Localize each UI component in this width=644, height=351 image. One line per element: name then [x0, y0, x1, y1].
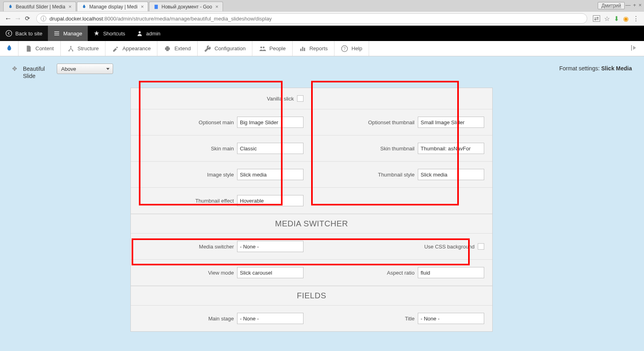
url-bar: ← → ⟳ i drupal.docker.localhost:8000/adm… — [0, 11, 644, 26]
forward-button[interactable]: → — [13, 14, 23, 23]
thumbnail-style-input[interactable] — [418, 169, 484, 180]
close-icon[interactable]: × — [215, 4, 219, 9]
svg-text:?: ? — [343, 46, 346, 51]
svg-rect-2 — [54, 31, 59, 32]
shortcuts-button[interactable]: Shortcuts — [88, 26, 131, 41]
back-to-site-button[interactable]: Back to site — [0, 26, 48, 41]
reload-button[interactable]: ⟳ — [23, 14, 32, 23]
admin-user-button[interactable]: admin — [131, 26, 166, 41]
browser-tab[interactable]: Beautiful Slider | Media × — [3, 2, 76, 11]
url-field[interactable]: i drupal.docker.localhost:8000/admin/str… — [36, 13, 587, 24]
close-icon[interactable]: × — [68, 4, 72, 9]
browser-tab[interactable]: Новый документ - Goo × — [149, 2, 223, 11]
translate-icon[interactable]: ⇄ — [593, 15, 600, 22]
collapse-icon — [631, 45, 638, 51]
use-css-bg-checkbox[interactable] — [478, 243, 484, 250]
browser-tab[interactable]: Manage display | Medi × — [77, 2, 148, 11]
media-switcher-input[interactable] — [237, 241, 303, 252]
content-area[interactable]: ✥ Beautiful Slide Above Format settings:… — [0, 56, 644, 351]
menu-people[interactable]: People — [252, 41, 292, 56]
back-button[interactable]: ← — [3, 14, 13, 23]
svg-point-8 — [72, 50, 73, 51]
drag-handle-icon[interactable]: ✥ — [12, 64, 17, 72]
svg-point-10 — [263, 46, 265, 48]
admin-menu: Content Structure Appearance Extend Conf… — [0, 41, 644, 56]
svg-point-1 — [6, 31, 12, 37]
optionset-thumbnail-label: Optionset thumbnail — [368, 119, 415, 125]
help-icon: ? — [341, 45, 348, 52]
drupal-logo[interactable] — [0, 41, 19, 56]
drupal-icon — [5, 44, 14, 53]
menu-reports[interactable]: Reports — [293, 41, 335, 56]
close-icon[interactable]: × — [141, 4, 144, 9]
drupal-icon — [81, 4, 87, 10]
settings-panel: Vanilla slick Optionset main Optionset t… — [130, 88, 493, 332]
menu-extend[interactable]: Extend — [157, 41, 197, 56]
wrench-icon — [204, 45, 211, 52]
image-style-setting: Image style — [131, 162, 312, 187]
tab-strip: Beautiful Slider | Media × Manage displa… — [0, 0, 644, 11]
title-setting: Title — [312, 306, 492, 331]
thumbnail-style-setting: Thumbnail style — [312, 162, 492, 187]
manage-button[interactable]: Manage — [48, 26, 88, 41]
arrow-left-icon — [6, 30, 12, 37]
menu-help[interactable]: ? Help — [334, 41, 369, 56]
image-style-label: Image style — [207, 172, 234, 178]
view-mode-setting: View mode — [131, 260, 312, 285]
star-icon — [93, 30, 100, 37]
info-icon[interactable]: i — [41, 16, 46, 21]
optionset-main-input[interactable] — [237, 117, 303, 128]
download-icon[interactable]: ⬇ — [614, 15, 619, 23]
svg-rect-16 — [631, 45, 632, 51]
vanilla-slick-setting: Vanilla slick — [131, 88, 312, 109]
menu-configuration[interactable]: Configuration — [198, 41, 252, 56]
optionset-thumbnail-setting: Optionset thumbnail — [312, 109, 492, 135]
svg-point-6 — [70, 46, 71, 47]
people-icon — [259, 45, 266, 52]
svg-rect-3 — [54, 33, 59, 33]
menu-structure[interactable]: Structure — [61, 41, 106, 56]
vanilla-slick-label: Vanilla slick — [267, 96, 294, 102]
menu-icon[interactable]: ⋮ — [633, 15, 639, 23]
field-label: Beautiful Slide — [23, 64, 51, 80]
fields-header: FIELDS — [131, 286, 492, 306]
optionset-thumbnail-input[interactable] — [418, 117, 484, 128]
maximize-icon[interactable]: + — [633, 2, 636, 8]
puzzle-icon — [164, 45, 171, 52]
title-input[interactable] — [418, 313, 484, 324]
skin-main-label: Skin main — [211, 146, 234, 152]
tab-title: Beautiful Slider | Media — [16, 4, 65, 10]
label-position-select[interactable]: Above — [57, 64, 113, 74]
image-style-input[interactable] — [237, 169, 303, 180]
drupal-toolbar: Back to site Manage Shortcuts admin — [0, 26, 644, 41]
hierarchy-icon — [67, 45, 74, 52]
view-mode-input[interactable] — [237, 267, 303, 278]
skin-main-setting: Skin main — [131, 135, 312, 161]
svg-rect-0 — [155, 4, 158, 9]
view-mode-label: View mode — [208, 270, 234, 276]
skin-thumbnail-label: Skin thumbnail — [380, 146, 415, 152]
field-row: ✥ Beautiful Slide Above Format settings:… — [12, 62, 632, 88]
menu-content[interactable]: Content — [19, 41, 61, 56]
svg-point-9 — [260, 46, 262, 48]
media-switcher-header: MEDIA SWITCHER — [131, 214, 492, 234]
close-window-icon[interactable]: × — [638, 2, 642, 8]
menu-appearance[interactable]: Appearance — [105, 41, 157, 56]
tab-title: Manage display | Medi — [89, 4, 138, 10]
drupal-icon — [8, 4, 13, 10]
main-stage-input[interactable] — [237, 313, 303, 324]
thumbnail-effect-input[interactable] — [237, 195, 303, 206]
skin-main-input[interactable] — [237, 143, 303, 154]
aspect-ratio-input[interactable] — [418, 267, 484, 278]
svg-point-7 — [68, 50, 70, 51]
collapse-tray-button[interactable] — [625, 45, 644, 52]
optionset-main-setting: Optionset main — [131, 109, 312, 135]
bookmark-icon[interactable]: ☆ — [604, 15, 610, 23]
skin-thumbnail-input[interactable] — [418, 143, 484, 154]
hamburger-icon — [54, 30, 60, 37]
extension-icon[interactable]: ◉ — [623, 15, 629, 23]
thumbnail-effect-setting: Thumbnail effect — [131, 188, 312, 213]
minimize-icon[interactable]: — — [625, 2, 631, 8]
user-profile-badge[interactable]: Дмитрий — [598, 2, 625, 9]
vanilla-slick-checkbox[interactable] — [297, 95, 303, 102]
